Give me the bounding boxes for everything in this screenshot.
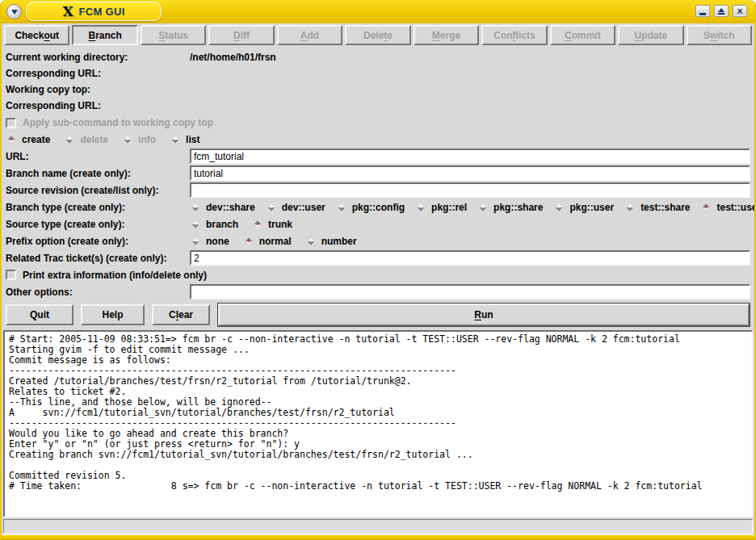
radio-pkg-config[interactable]: pkg::config (336, 202, 405, 213)
titlebar: X FCM GUI × (2, 0, 754, 23)
window-menu-button[interactable] (6, 4, 22, 19)
tab-merge: Merge (414, 25, 479, 45)
print-extra-checkbox-row: Print extra information (info/delete onl… (6, 266, 750, 283)
radio-branch[interactable]: branch (190, 219, 238, 230)
radio-dev-user[interactable]: dev::user (266, 202, 326, 213)
tab-update: Update (618, 25, 683, 45)
trac-ticket-input[interactable] (190, 250, 750, 266)
branch-type-radio-group: dev::share dev::user pkg::config pkg::re… (190, 202, 756, 213)
radio-indicator (307, 237, 313, 244)
source-type-label: Source type (create only): (6, 219, 190, 230)
window-title: FCM GUI (79, 6, 125, 18)
wct-url-label: Corresponding URL: (6, 100, 190, 111)
status-bar (3, 519, 753, 534)
cwd-label: Current working directory: (6, 52, 190, 63)
tab-switch: Switch (687, 25, 752, 45)
title-tab[interactable]: X FCM GUI (26, 2, 162, 21)
fcm-gui-window: X FCM GUI × Checkout Branch Status Diff … (0, 0, 756, 540)
minimize-icon (699, 13, 706, 15)
wct-label: Working copy top: (6, 84, 190, 95)
radio-indicator (267, 203, 274, 210)
radio-indicator (66, 136, 73, 143)
url-input[interactable] (190, 149, 750, 164)
radio-indicator (192, 203, 199, 210)
tab-add: Add (277, 25, 342, 45)
console-output[interactable]: # Start: 2005-11-09 08:33:51=> fcm br -c… (3, 330, 753, 517)
tab-commit: Commit (550, 25, 615, 45)
radio-indicator (338, 203, 344, 210)
source-revision-label: Source revision (create/list only): (6, 185, 190, 196)
url-label: URL: (6, 151, 190, 162)
window-bottom-border (2, 534, 754, 540)
radio-indicator (8, 136, 15, 143)
radio-indicator (703, 203, 709, 210)
chevron-down-icon (11, 10, 18, 15)
radio-indicator (627, 203, 633, 210)
radio-dev-share[interactable]: dev::share (190, 202, 255, 213)
branch-name-label: Branch name (create only): (6, 168, 190, 179)
tab-bar: Checkout Branch Status Diff Add Delete M… (2, 23, 754, 47)
radio-list[interactable]: list (170, 134, 200, 145)
radio-indicator (192, 237, 199, 244)
print-extra-label: Print extra information (info/delete onl… (23, 270, 207, 281)
radio-indicator (480, 203, 486, 210)
radio-trunk[interactable]: trunk (252, 219, 292, 230)
radio-number[interactable]: number (305, 236, 357, 247)
radio-normal[interactable]: normal (243, 236, 292, 247)
other-options-label: Other options: (6, 287, 190, 298)
tab-checkout[interactable]: Checkout (4, 25, 69, 45)
radio-create[interactable]: create (6, 134, 50, 145)
radio-indicator (556, 203, 562, 210)
prefix-option-radio-group: none normal number (190, 236, 357, 247)
branch-name-input[interactable] (190, 165, 750, 181)
radio-indicator (254, 220, 261, 227)
branch-type-label: Branch type (create only): (6, 202, 190, 213)
radio-none[interactable]: none (190, 236, 229, 247)
x11-logo-icon: X (62, 5, 73, 19)
print-extra-checkbox[interactable] (6, 270, 16, 280)
apply-top-label: Apply sub-command to working copy top (23, 117, 213, 128)
tab-status: Status (141, 25, 206, 45)
source-type-radio-group: branch trunk (190, 219, 292, 230)
window-controls: × (695, 5, 747, 17)
radio-indicator (172, 136, 178, 143)
prefix-option-label: Prefix option (create only): (6, 236, 190, 247)
subcommand-radio-group: create delete info list (6, 132, 750, 148)
action-bar: Quit Help Clear Run (2, 300, 754, 329)
radio-delete: delete (64, 134, 108, 145)
radio-indicator (245, 237, 251, 244)
radio-test-user[interactable]: test::user (700, 202, 756, 213)
apply-top-checkbox-row: Apply sub-command to working copy top (6, 114, 750, 132)
maximize-button[interactable] (714, 5, 729, 17)
radio-pkg-share[interactable]: pkg::share (477, 202, 543, 213)
other-options-input[interactable] (190, 284, 750, 299)
radio-info: info (122, 134, 156, 145)
branch-form: Current working directory: /net/home/h01… (2, 47, 754, 300)
close-button[interactable]: × (733, 5, 747, 17)
radio-pkg-user[interactable]: pkg::user (553, 202, 614, 213)
radio-indicator (418, 203, 424, 210)
run-button[interactable]: Run (218, 303, 750, 326)
tab-branch[interactable]: Branch (72, 25, 137, 45)
radio-pkg-rel[interactable]: pkg::rel (415, 202, 467, 213)
clear-button[interactable]: Clear (152, 304, 210, 325)
cwd-url-label: Corresponding URL: (6, 68, 190, 79)
radio-indicator (124, 136, 131, 143)
tab-conflicts: Conflicts (481, 25, 547, 45)
tab-diff: Diff (208, 25, 274, 45)
source-revision-input[interactable] (190, 182, 750, 198)
apply-top-checkbox (6, 118, 16, 128)
tab-delete: Delete (345, 25, 410, 45)
run-button-default-ring: Run (217, 303, 750, 327)
trac-ticket-label: Related Trac ticket(s) (create only): (6, 253, 190, 264)
radio-test-share[interactable]: test::share (624, 202, 690, 213)
cwd-value: /net/home/h01/frsn (190, 52, 276, 63)
help-button[interactable]: Help (81, 304, 145, 325)
minimize-button[interactable] (695, 5, 710, 17)
quit-button[interactable]: Quit (6, 304, 74, 325)
radio-indicator (192, 220, 199, 227)
close-icon: × (737, 6, 742, 16)
maximize-icon (718, 8, 724, 15)
